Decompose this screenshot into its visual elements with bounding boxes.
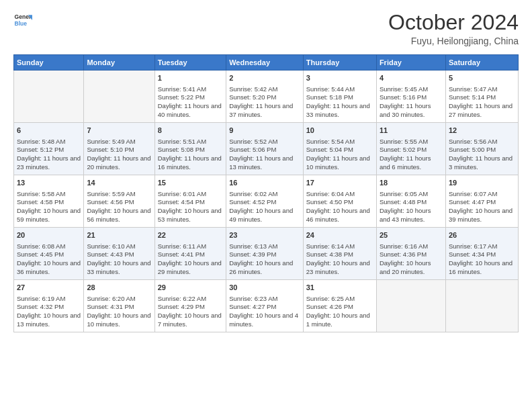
sunrise-time: Sunrise: 6:17 AM (449, 242, 497, 250)
daylight-hours: Daylight: 10 hours and 4 minutes. (229, 312, 298, 328)
day-cell (14, 71, 84, 123)
sunset-time: Sunset: 4:56 PM (87, 198, 134, 205)
daylight-hours: Daylight: 10 hours and 10 minutes. (87, 312, 150, 328)
sunset-time: Sunset: 4:43 PM (87, 250, 134, 258)
day-info: Sunrise: 5:49 AMSunset: 5:10 PMDaylight:… (87, 138, 151, 172)
logo-icon: General Blue (13, 11, 32, 30)
day-cell: 11Sunrise: 5:55 AMSunset: 5:02 PMDayligh… (376, 123, 445, 175)
day-info: Sunrise: 5:51 AMSunset: 5:08 PMDaylight:… (158, 138, 223, 172)
sunset-time: Sunset: 5:08 PM (158, 146, 205, 153)
col-saturday: Saturday (445, 55, 518, 71)
day-info: Sunrise: 6:19 AMSunset: 4:32 PMDaylight:… (17, 295, 81, 329)
day-info: Sunrise: 5:41 AMSunset: 5:22 PMDaylight:… (158, 85, 223, 120)
svg-text:Blue: Blue (15, 20, 28, 27)
day-cell: 27Sunrise: 6:19 AMSunset: 4:32 PMDayligh… (14, 280, 84, 332)
svg-text:General: General (15, 13, 32, 20)
sunrise-time: Sunrise: 6:16 AM (380, 242, 428, 250)
calendar-table: Sunday Monday Tuesday Wednesday Thursday… (13, 54, 519, 332)
day-number: 3 (306, 73, 373, 83)
sunrise-time: Sunrise: 5:41 AM (158, 85, 206, 93)
day-info: Sunrise: 5:47 AMSunset: 5:14 PMDaylight:… (449, 85, 515, 120)
daylight-hours: Daylight: 11 hours and 3 minutes. (449, 154, 513, 171)
sunrise-time: Sunrise: 6:19 AM (17, 295, 65, 302)
title-block: October 2024 Fuyu, Heilongjiang, China (388, 11, 519, 46)
daylight-hours: Daylight: 10 hours and 7 minutes. (158, 312, 222, 328)
col-friday: Friday (376, 55, 445, 71)
day-number: 13 (17, 178, 81, 188)
sunrise-time: Sunrise: 5:55 AM (380, 138, 428, 145)
day-cell: 18Sunrise: 6:05 AMSunset: 4:48 PMDayligh… (376, 175, 445, 228)
day-number: 11 (380, 126, 443, 136)
day-info: Sunrise: 6:25 AMSunset: 4:26 PMDaylight:… (306, 295, 373, 329)
day-info: Sunrise: 5:54 AMSunset: 5:04 PMDaylight:… (306, 138, 373, 172)
day-number: 4 (380, 73, 443, 83)
daylight-hours: Daylight: 10 hours and 46 minutes. (306, 207, 370, 223)
daylight-hours: Daylight: 10 hours and 1 minute. (306, 312, 370, 328)
sunset-time: Sunset: 4:27 PM (229, 303, 276, 310)
daylight-hours: Daylight: 11 hours and 20 minutes. (87, 154, 150, 171)
day-number: 1 (158, 73, 223, 83)
day-cell: 4Sunrise: 5:45 AMSunset: 5:16 PMDaylight… (376, 71, 445, 123)
sunrise-time: Sunrise: 6:04 AM (306, 190, 355, 197)
day-info: Sunrise: 6:05 AMSunset: 4:48 PMDaylight:… (380, 190, 443, 224)
day-info: Sunrise: 5:59 AMSunset: 4:56 PMDaylight:… (87, 190, 151, 224)
header-row: Sunday Monday Tuesday Wednesday Thursday… (14, 55, 519, 71)
day-number: 17 (306, 178, 373, 188)
day-number: 26 (449, 230, 515, 240)
day-cell: 19Sunrise: 6:07 AMSunset: 4:47 PMDayligh… (445, 175, 518, 228)
sunset-time: Sunset: 4:39 PM (229, 250, 276, 258)
day-info: Sunrise: 6:02 AMSunset: 4:52 PMDaylight:… (229, 190, 300, 224)
daylight-hours: Daylight: 11 hours and 16 minutes. (158, 154, 222, 171)
week-row-1: 1Sunrise: 5:41 AMSunset: 5:22 PMDaylight… (14, 71, 519, 123)
sunrise-time: Sunrise: 5:47 AM (449, 85, 497, 93)
day-info: Sunrise: 6:08 AMSunset: 4:45 PMDaylight:… (17, 242, 81, 277)
day-info: Sunrise: 5:56 AMSunset: 5:00 PMDaylight:… (449, 138, 515, 172)
day-info: Sunrise: 6:17 AMSunset: 4:34 PMDaylight:… (449, 242, 515, 277)
sunset-time: Sunset: 5:18 PM (306, 93, 353, 101)
day-info: Sunrise: 6:01 AMSunset: 4:54 PMDaylight:… (158, 190, 223, 224)
calendar-page: General Blue October 2024 Fuyu, Heilongj… (0, 0, 532, 411)
sunrise-time: Sunrise: 5:45 AM (380, 85, 428, 93)
day-number: 10 (306, 126, 373, 136)
day-info: Sunrise: 6:13 AMSunset: 4:39 PMDaylight:… (229, 242, 300, 277)
day-cell: 24Sunrise: 6:14 AMSunset: 4:38 PMDayligh… (303, 228, 376, 280)
day-number: 30 (229, 283, 300, 293)
day-number: 23 (229, 230, 300, 240)
day-info: Sunrise: 5:45 AMSunset: 5:16 PMDaylight:… (380, 85, 443, 120)
sunset-time: Sunset: 4:47 PM (449, 198, 496, 205)
sunrise-time: Sunrise: 6:25 AM (306, 295, 355, 302)
day-number: 24 (306, 230, 373, 240)
week-row-5: 27Sunrise: 6:19 AMSunset: 4:32 PMDayligh… (14, 280, 519, 332)
day-cell: 14Sunrise: 5:59 AMSunset: 4:56 PMDayligh… (84, 175, 154, 228)
day-cell: 22Sunrise: 6:11 AMSunset: 4:41 PMDayligh… (154, 228, 226, 280)
daylight-hours: Daylight: 11 hours and 6 minutes. (380, 154, 431, 171)
daylight-hours: Daylight: 11 hours and 33 minutes. (306, 102, 370, 118)
header: General Blue October 2024 Fuyu, Heilongj… (13, 11, 519, 46)
day-info: Sunrise: 6:04 AMSunset: 4:50 PMDaylight:… (306, 190, 373, 224)
col-sunday: Sunday (14, 55, 84, 71)
sunrise-time: Sunrise: 5:56 AM (449, 138, 497, 145)
sunset-time: Sunset: 4:29 PM (158, 303, 205, 310)
day-cell: 3Sunrise: 5:44 AMSunset: 5:18 PMDaylight… (303, 71, 376, 123)
day-number: 25 (380, 230, 443, 240)
sunset-time: Sunset: 4:26 PM (306, 303, 353, 310)
daylight-hours: Daylight: 10 hours and 29 minutes. (158, 259, 222, 275)
main-title: October 2024 (388, 11, 519, 34)
day-info: Sunrise: 6:20 AMSunset: 4:31 PMDaylight:… (87, 295, 151, 329)
day-cell (445, 280, 518, 332)
day-cell: 29Sunrise: 6:22 AMSunset: 4:29 PMDayligh… (154, 280, 226, 332)
day-number: 19 (449, 178, 515, 188)
daylight-hours: Daylight: 10 hours and 36 minutes. (17, 259, 81, 275)
day-cell: 23Sunrise: 6:13 AMSunset: 4:39 PMDayligh… (226, 228, 304, 280)
day-info: Sunrise: 5:42 AMSunset: 5:20 PMDaylight:… (229, 85, 300, 120)
daylight-hours: Daylight: 10 hours and 59 minutes. (17, 207, 81, 223)
day-cell: 13Sunrise: 5:58 AMSunset: 4:58 PMDayligh… (14, 175, 84, 228)
sunset-time: Sunset: 5:20 PM (229, 93, 276, 101)
sunset-time: Sunset: 4:38 PM (306, 250, 353, 258)
week-row-2: 6Sunrise: 5:48 AMSunset: 5:12 PMDaylight… (14, 123, 519, 175)
sunset-time: Sunset: 4:48 PM (380, 198, 427, 205)
day-cell: 26Sunrise: 6:17 AMSunset: 4:34 PMDayligh… (445, 228, 518, 280)
day-info: Sunrise: 5:52 AMSunset: 5:06 PMDaylight:… (229, 138, 300, 172)
col-wednesday: Wednesday (226, 55, 304, 71)
day-number: 28 (87, 283, 151, 293)
